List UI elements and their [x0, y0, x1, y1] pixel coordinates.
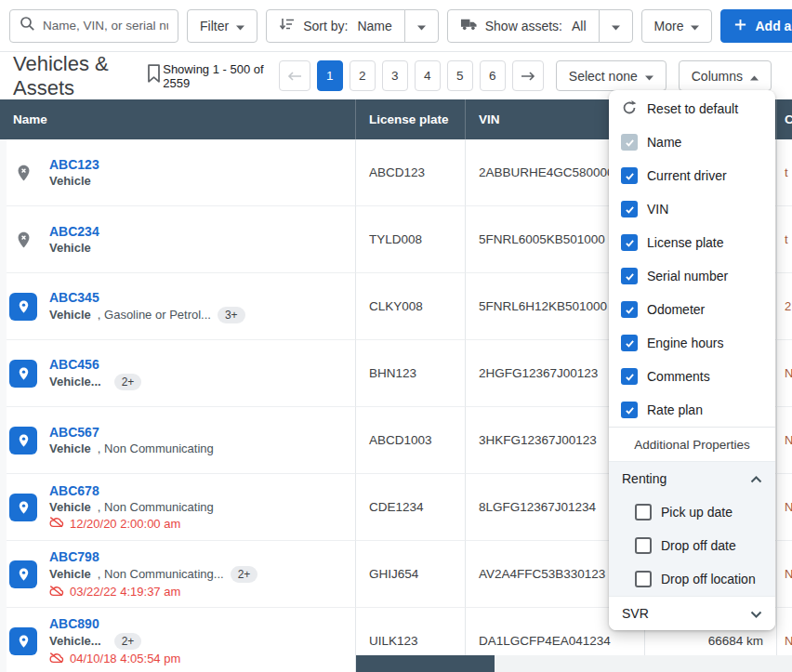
select-none-button[interactable]: Select none [556, 60, 667, 91]
checkbox[interactable] [621, 134, 638, 151]
name-cell: ABC234 Vehicle [0, 206, 356, 273]
search-input[interactable] [43, 19, 168, 33]
page-button-6[interactable]: 6 [480, 60, 506, 91]
sort-by-button[interactable]: Sort by: Name [266, 9, 405, 43]
chevron-down-icon [645, 69, 653, 84]
filter-button[interactable]: Filter [187, 9, 257, 43]
column-checkbox-label: License plate [647, 235, 724, 250]
checkbox[interactable] [621, 234, 638, 251]
checkbox[interactable] [621, 402, 638, 418]
name-cell: ABC123 Vehicle [0, 139, 356, 206]
column-checkbox-label: Current driver [647, 168, 727, 183]
next-page-button[interactable] [512, 60, 544, 91]
checkbox[interactable] [621, 167, 638, 184]
search-box[interactable] [9, 9, 178, 43]
horizontal-scrollbar-thumb[interactable] [356, 655, 495, 672]
vehicle-name-link[interactable]: ABC456 [49, 357, 141, 372]
vehicle-info: ABC567 Vehicle, Non Communicating [49, 425, 214, 455]
renting-group: Renting Pick up date Drop off date Drop … [609, 461, 775, 597]
add-new-asset-label: Add a new asset [755, 19, 792, 33]
checkbox[interactable] [635, 537, 652, 554]
column-option-vin[interactable]: VIN [609, 192, 775, 226]
column-header-name[interactable]: Name [0, 99, 356, 139]
vehicle-status-text: , Non Communicating [98, 500, 214, 514]
clipped-cell: 2 [777, 273, 792, 340]
column-option-drop-off-date[interactable]: Drop off date [609, 529, 775, 562]
checkbox[interactable] [621, 301, 638, 318]
name-cell: ABC345 Vehicle, Gasoline or Petrol... 3+ [0, 273, 356, 340]
vehicle-name-link[interactable]: ABC890 [49, 616, 180, 631]
more-button[interactable]: More [641, 9, 713, 43]
renting-group-header[interactable]: Renting [609, 462, 775, 495]
vehicle-type: Vehicle [49, 567, 91, 581]
checkbox[interactable] [635, 571, 652, 587]
column-option-comments[interactable]: Comments [609, 360, 775, 393]
more-tags-badge[interactable]: 2+ [114, 374, 142, 390]
page-button-1[interactable]: 1 [317, 60, 343, 91]
chevron-up-icon [750, 471, 762, 486]
vehicle-info: ABC123 Vehicle [49, 157, 99, 188]
add-new-asset-button[interactable]: Add a new asset [720, 9, 792, 43]
vehicle-pin-icon [9, 560, 37, 588]
plus-icon [733, 18, 747, 34]
column-option-pick-up-date[interactable]: Pick up date [609, 495, 775, 529]
column-option-license-plate[interactable]: License plate [609, 226, 775, 259]
checkbox[interactable] [621, 201, 638, 217]
chevron-down-icon [417, 19, 426, 33]
page-button-2[interactable]: 2 [350, 60, 376, 91]
column-option-current-driver[interactable]: Current driver [609, 159, 775, 192]
column-option-rate-plan[interactable]: Rate plan [609, 393, 775, 427]
column-header-license-plate[interactable]: License plate [356, 99, 466, 139]
vehicle-type: Vehicle... [49, 634, 101, 648]
vehicles-assets-page: Filter Sort by: Name Show assets: All [0, 0, 792, 672]
more-tags-badge[interactable]: 3+ [218, 307, 245, 323]
vehicle-pin-offline-icon [9, 159, 37, 187]
chevron-down-icon [750, 606, 762, 621]
checkbox[interactable] [635, 504, 652, 520]
offline-since-timestamp: 12/20/20 2:00:00 am [70, 517, 180, 531]
show-assets-control: Show assets: All [447, 9, 633, 43]
vehicle-subtitle: Vehicle, Gasoline or Petrol... 3+ [49, 307, 245, 323]
sort-options-button[interactable] [404, 9, 439, 43]
page-button-5[interactable]: 5 [447, 60, 473, 91]
vehicle-info: ABC234 Vehicle [49, 224, 99, 255]
show-assets-button[interactable]: Show assets: All [447, 9, 600, 43]
column-option-engine-hours[interactable]: Engine hours [609, 326, 775, 360]
column-option-serial-number[interactable]: Serial number [609, 259, 775, 293]
checkbox[interactable] [621, 335, 638, 351]
reset-to-default-item[interactable]: Reset to default [609, 92, 775, 125]
no-cloud-icon [49, 516, 64, 531]
vehicle-subtitle: Vehicle, Non Communicating [49, 441, 214, 455]
vehicle-pin-offline-icon [9, 226, 37, 254]
more-tags-badge[interactable]: 2+ [231, 566, 258, 583]
column-option-odometer[interactable]: Odometer [609, 293, 775, 326]
column-option-drop-off-location[interactable]: Drop off location [609, 562, 775, 596]
refresh-icon [621, 99, 638, 119]
page-button-3[interactable]: 3 [382, 60, 408, 91]
checkbox[interactable] [621, 368, 638, 385]
checkbox[interactable] [621, 268, 638, 284]
name-cell: ABC890 Vehicle... 2+ 04/10/18 4:05:54 pm [0, 608, 356, 672]
vehicle-subtitle: Vehicle, Non Communicating [49, 500, 214, 514]
column-option-name[interactable]: Name [609, 125, 775, 159]
page-title: Vehicles & Assets [13, 52, 163, 100]
vehicle-name-link[interactable]: ABC678 [49, 483, 214, 498]
columns-button[interactable]: Columns [679, 60, 772, 91]
more-tags-badge[interactable]: 2+ [114, 633, 142, 650]
previous-page-button[interactable] [279, 60, 310, 91]
vehicle-name-link[interactable]: ABC123 [49, 157, 99, 172]
vehicle-name-link[interactable]: ABC798 [49, 549, 257, 564]
svr-group-label: SVR [622, 606, 649, 621]
horizontal-scrollbar[interactable] [356, 655, 792, 672]
vehicle-info: ABC456 Vehicle... 2+ [49, 357, 141, 390]
vehicle-name-link[interactable]: ABC345 [49, 290, 245, 305]
bookmark-icon[interactable] [145, 63, 163, 89]
vehicle-subtitle: Vehicle, Non Communicating... 2+ [49, 566, 257, 583]
vehicle-name-link[interactable]: ABC567 [49, 425, 214, 440]
show-assets-options-button[interactable] [599, 9, 633, 43]
vehicle-name-link[interactable]: ABC234 [49, 224, 99, 239]
page-button-4[interactable]: 4 [415, 60, 441, 91]
svr-group-header[interactable]: SVR [609, 597, 775, 630]
vehicle-status-text: , Gasoline or Petrol... [98, 308, 211, 322]
offline-since-timestamp: 03/22/22 4:19:37 am [70, 585, 180, 599]
